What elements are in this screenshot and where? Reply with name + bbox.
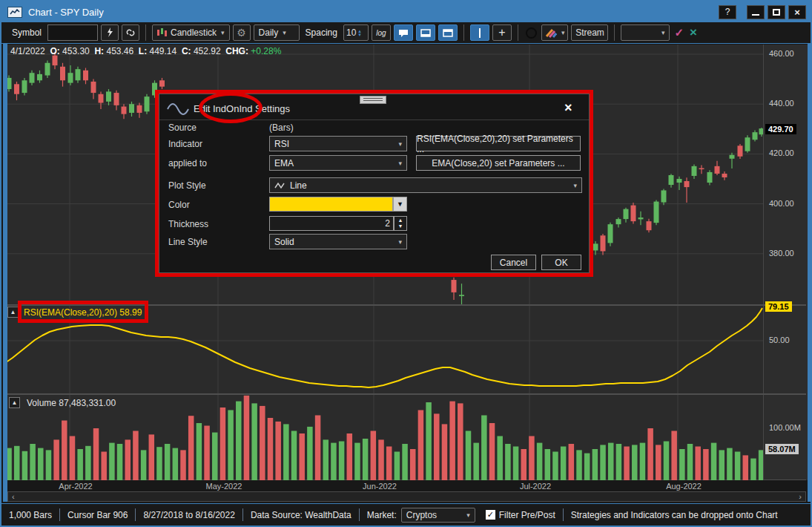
panel-bottom-button[interactable] xyxy=(416,24,435,41)
candlestick xyxy=(699,168,704,170)
chevron-down-icon: ▾ xyxy=(561,29,565,36)
volume-bar xyxy=(410,449,416,480)
volume-bar xyxy=(307,427,313,480)
filter-prepost-checkbox[interactable]: ✓ xyxy=(486,510,495,520)
volume-bar xyxy=(719,450,725,480)
marker-combo[interactable]: ▾ xyxy=(541,24,569,41)
periodicity-value: Daily xyxy=(259,27,279,38)
chart-style-combo[interactable]: Candlestick ▾ xyxy=(152,24,230,41)
annotation-button[interactable] xyxy=(394,24,413,41)
volume-bar xyxy=(632,445,638,480)
panel-top-button[interactable] xyxy=(438,24,458,41)
candlestick xyxy=(684,181,690,187)
volume-bar xyxy=(529,436,535,481)
volume-bar xyxy=(149,434,155,480)
link-button[interactable] xyxy=(122,24,139,41)
volume-bar xyxy=(647,428,653,480)
title-bar[interactable]: Chart - SPY Daily ? × xyxy=(1,1,811,22)
volume-bar xyxy=(743,455,749,480)
periodicity-combo[interactable]: Daily ▾ xyxy=(254,24,300,41)
status-bar: 1,000 Bars Cursor Bar 906 8/27/2018 to 8… xyxy=(1,503,811,526)
add-indicator-button[interactable]: + xyxy=(492,24,512,41)
volume-bar xyxy=(466,431,472,481)
market-combo[interactable]: Cryptos ▾ xyxy=(401,508,475,523)
chevron-down-icon: ▾ xyxy=(283,29,286,36)
candlestick xyxy=(145,96,150,111)
volume-bar xyxy=(489,423,495,480)
volume-bar xyxy=(197,423,202,480)
price-axis-tick: 420.00 xyxy=(769,148,794,157)
rsi-collapse-button[interactable]: ▲ xyxy=(7,307,19,318)
price-axis-gutter[interactable] xyxy=(763,45,808,480)
volume-bar xyxy=(434,413,440,480)
candlestick xyxy=(745,137,750,151)
candlestick xyxy=(452,280,457,292)
x-axis-label: May-2022 xyxy=(206,482,242,491)
candlestick xyxy=(593,243,598,250)
volume-bar xyxy=(402,444,408,480)
volume-bar xyxy=(418,410,424,481)
stream-button[interactable]: Stream xyxy=(571,24,608,41)
apply-check-button[interactable]: ✓ xyxy=(674,26,684,39)
volume-label: Volume 87,483,331.00 xyxy=(27,398,116,408)
strategy-combo[interactable]: ▾ xyxy=(621,24,670,41)
last-price-tag: 429.70 xyxy=(765,124,796,134)
price-axis-tick: 400.00 xyxy=(769,199,794,208)
candlestick xyxy=(22,80,27,93)
market-value: Cryptos xyxy=(406,510,437,520)
volume-bar xyxy=(513,447,519,481)
filter-prepost-label: Filter Pre/Post xyxy=(499,510,555,520)
volume-bar xyxy=(283,424,289,480)
callout-icon xyxy=(398,29,409,37)
volume-bar xyxy=(244,396,250,480)
clear-x-button[interactable]: × xyxy=(690,25,697,40)
color-circle-icon[interactable] xyxy=(526,27,537,39)
candlestick xyxy=(647,221,652,230)
volume-bar xyxy=(354,443,360,480)
volume-axis-tick: 100.00M xyxy=(769,423,801,432)
volume-bar xyxy=(371,431,377,481)
candlestick xyxy=(677,179,682,183)
volume-collapse-button[interactable]: ▲ xyxy=(9,397,20,408)
chart-style-value: Candlestick xyxy=(171,27,217,38)
candlestick xyxy=(114,93,119,105)
volume-bar xyxy=(38,448,44,480)
volume-bar xyxy=(671,431,677,481)
maximize-button[interactable] xyxy=(768,5,785,19)
volume-bar xyxy=(584,454,590,480)
horizontal-scrollbar[interactable]: ‹ › xyxy=(7,491,806,502)
minimize-button[interactable] xyxy=(747,5,765,19)
volume-bar xyxy=(608,443,614,480)
volume-bar xyxy=(537,443,543,480)
close-button[interactable]: × xyxy=(788,5,806,19)
candlestick-icon xyxy=(157,27,167,38)
marker-icon xyxy=(545,27,557,38)
candlestick xyxy=(759,128,764,134)
volume-bar xyxy=(101,452,107,481)
volume-bar xyxy=(93,428,99,480)
volume-chart[interactable] xyxy=(7,395,763,480)
symbol-input[interactable] xyxy=(47,24,98,41)
chart-settings-button[interactable]: ⚙ xyxy=(233,24,251,41)
volume-bar xyxy=(687,444,693,480)
candlestick xyxy=(638,217,644,219)
check-icon: ✓ xyxy=(487,510,494,520)
scroll-left-icon[interactable]: ‹ xyxy=(8,492,19,501)
volume-bar xyxy=(759,450,763,480)
help-button[interactable]: ? xyxy=(719,5,736,19)
log-scale-button[interactable]: log xyxy=(372,24,391,41)
spacing-stepper[interactable]: 10 ▴▾ xyxy=(343,24,369,41)
scroll-right-icon[interactable]: › xyxy=(795,492,805,501)
volume-bar xyxy=(156,447,162,480)
candlestick xyxy=(722,174,727,177)
date-range: 8/27/2018 to 8/16/2022 xyxy=(143,510,234,520)
volume-bar xyxy=(347,433,353,480)
candlestick xyxy=(60,67,65,80)
market-label: Market: xyxy=(367,510,397,520)
crosshair-button[interactable] xyxy=(470,24,489,41)
volume-bar xyxy=(133,431,139,481)
volume-bar xyxy=(299,433,305,480)
volume-bar xyxy=(14,446,20,480)
lightning-button[interactable] xyxy=(101,24,119,41)
candlestick xyxy=(616,219,621,224)
